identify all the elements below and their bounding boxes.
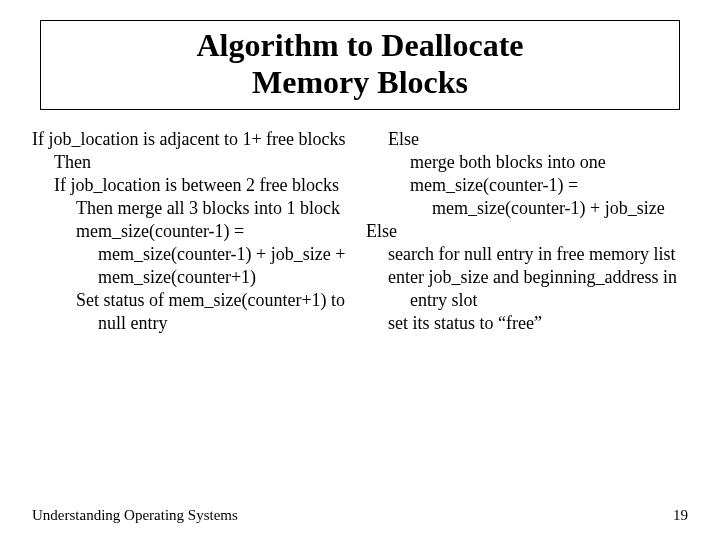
algo-line: set its status to “free” <box>366 312 688 335</box>
footer: Understanding Operating Systems 19 <box>32 507 688 524</box>
content-columns: If job_location is adjacent to 1+ free b… <box>32 128 688 335</box>
slide-title: Algorithm to Deallocate Memory Blocks <box>41 27 679 101</box>
right-column: Else merge both blocks into one mem_size… <box>360 128 688 335</box>
algo-line: merge both blocks into one <box>366 151 688 174</box>
algo-line: mem_size(counter-1) = mem_size(counter-1… <box>32 220 354 289</box>
algo-line: Set status of mem_size(counter+1) to nul… <box>32 289 354 335</box>
footer-text: Understanding Operating Systems <box>32 507 238 524</box>
title-box: Algorithm to Deallocate Memory Blocks <box>40 20 680 110</box>
algo-line: Else <box>366 128 688 151</box>
algo-line: search for null entry in free memory lis… <box>366 243 688 266</box>
algo-line: If job_location is adjacent to 1+ free b… <box>32 128 354 151</box>
algo-line: Then merge all 3 blocks into 1 block <box>32 197 354 220</box>
algo-line: If job_location is between 2 free blocks <box>32 174 354 197</box>
algo-line: Then <box>32 151 354 174</box>
title-line-1: Algorithm to Deallocate <box>196 27 523 63</box>
title-line-2: Memory Blocks <box>252 64 468 100</box>
page-number: 19 <box>673 507 688 524</box>
algo-line: enter job_size and beginning_address in … <box>366 266 688 312</box>
left-column: If job_location is adjacent to 1+ free b… <box>32 128 360 335</box>
algo-line: mem_size(counter-1) = mem_size(counter-1… <box>366 174 688 220</box>
algo-line: Else <box>366 220 688 243</box>
